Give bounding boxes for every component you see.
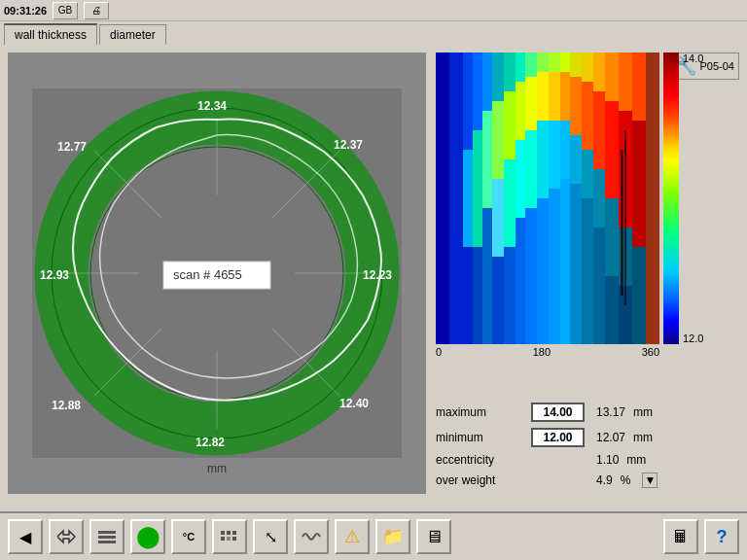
title-bar: 09:31:26 GB 🖨 xyxy=(0,0,747,21)
monitor-button[interactable]: 🖥 xyxy=(416,519,451,554)
svg-rect-70 xyxy=(582,150,593,198)
back-button[interactable]: ◀ xyxy=(8,519,43,554)
svg-rect-28 xyxy=(463,150,473,247)
svg-text:scan #   4655: scan # 4655 xyxy=(173,267,242,282)
heatmap-wrapper: 14.0 12.0 xyxy=(436,52,739,344)
minimum-label: minimum xyxy=(436,431,523,444)
svg-text:12.77: 12.77 xyxy=(57,140,87,154)
svg-rect-57 xyxy=(549,72,560,121)
right-panel: 14.0 12.0 0 180 360 maximum 13.17 xyxy=(436,52,739,494)
layers-button[interactable] xyxy=(89,519,124,554)
print-button[interactable]: 🖨 xyxy=(84,2,109,19)
tab-wall-thickness[interactable]: wall thickness xyxy=(4,23,97,45)
svg-rect-44 xyxy=(516,52,525,82)
ring-diagram-panel: scan # 4655 12.34 12.37 12.23 12.40 12.8… xyxy=(8,52,426,494)
minimum-value: 12.07 xyxy=(596,431,625,444)
overweight-unit: % xyxy=(621,473,631,487)
minimum-input[interactable] xyxy=(531,428,585,447)
help-button[interactable]: ? xyxy=(704,519,739,554)
svg-rect-47 xyxy=(516,218,525,344)
svg-rect-77 xyxy=(605,101,619,198)
svg-rect-76 xyxy=(605,52,619,101)
svg-rect-93 xyxy=(221,531,225,535)
svg-rect-72 xyxy=(593,52,605,91)
svg-rect-39 xyxy=(492,257,504,344)
svg-rect-42 xyxy=(504,159,516,247)
svg-rect-45 xyxy=(516,82,525,140)
svg-rect-27 xyxy=(463,52,473,150)
maximum-unit: mm xyxy=(633,405,653,419)
calc-button[interactable]: 🖩 xyxy=(663,519,698,554)
stats-area: maximum 13.17 mm minimum 12.07 mm eccent… xyxy=(436,402,739,494)
svg-rect-41 xyxy=(504,91,516,159)
svg-rect-67 xyxy=(570,184,582,344)
tab-diameter[interactable]: diameter xyxy=(99,24,166,45)
svg-rect-34 xyxy=(482,111,492,208)
eccentricity-value: 1.10 xyxy=(596,453,619,467)
svg-rect-78 xyxy=(605,198,619,276)
svg-rect-89 xyxy=(624,130,626,305)
svg-text:12.82: 12.82 xyxy=(196,436,225,449)
svg-rect-61 xyxy=(560,72,570,121)
svg-rect-55 xyxy=(537,198,549,344)
svg-rect-94 xyxy=(227,531,231,535)
svg-rect-35 xyxy=(482,208,492,344)
svg-rect-98 xyxy=(232,537,236,541)
heatmap-visualization xyxy=(436,52,659,344)
stat-row-eccentricity: eccentricity 1.10 mm xyxy=(436,453,739,467)
svg-rect-38 xyxy=(492,179,504,257)
stat-row-minimum: minimum 12.07 mm xyxy=(436,428,739,447)
svg-rect-86 xyxy=(632,247,646,344)
svg-rect-92 xyxy=(98,541,116,543)
svg-rect-74 xyxy=(593,169,605,228)
maximum-label: maximum xyxy=(436,405,523,419)
svg-rect-40 xyxy=(504,52,516,91)
unit-label: mm xyxy=(207,462,227,475)
circle-button[interactable]: ⬤ xyxy=(130,519,165,554)
svg-rect-69 xyxy=(582,82,593,150)
svg-rect-63 xyxy=(560,179,570,344)
svg-text:12.37: 12.37 xyxy=(334,138,363,152)
folder-button[interactable]: 📁 xyxy=(375,519,410,554)
svg-rect-48 xyxy=(525,52,537,77)
arrows-button[interactable] xyxy=(49,519,84,554)
gb-button[interactable]: GB xyxy=(53,2,78,19)
pattern-button[interactable] xyxy=(212,519,247,554)
svg-rect-37 xyxy=(492,101,504,179)
warning-button[interactable]: ⚠ xyxy=(335,519,370,554)
svg-text:12.93: 12.93 xyxy=(40,268,69,282)
stat-row-maximum: maximum 13.17 mm xyxy=(436,402,739,422)
overweight-dropdown[interactable]: ▼ xyxy=(642,472,658,488)
svg-rect-79 xyxy=(605,276,619,344)
svg-rect-36 xyxy=(492,52,504,101)
svg-rect-33 xyxy=(482,52,492,111)
svg-rect-80 xyxy=(619,52,632,111)
svg-rect-58 xyxy=(549,121,560,189)
overweight-value: 4.9 xyxy=(596,473,613,487)
svg-rect-71 xyxy=(582,198,593,344)
svg-rect-51 xyxy=(525,208,537,344)
svg-text:12.34: 12.34 xyxy=(197,99,227,113)
svg-rect-84 xyxy=(632,52,646,121)
svg-rect-75 xyxy=(593,228,605,344)
svg-rect-65 xyxy=(570,77,582,135)
svg-rect-46 xyxy=(516,140,525,218)
main-content: scan # 4655 12.34 12.37 12.23 12.40 12.8… xyxy=(0,45,747,502)
minimum-unit: mm xyxy=(633,431,653,444)
svg-rect-68 xyxy=(582,52,593,82)
resize-button[interactable]: ⤡ xyxy=(253,519,288,554)
svg-rect-32 xyxy=(473,247,482,344)
ring-svg: scan # 4655 12.34 12.37 12.23 12.40 12.8… xyxy=(32,88,402,458)
maximum-input[interactable] xyxy=(531,402,585,422)
svg-rect-97 xyxy=(227,537,231,541)
eccentricity-unit: mm xyxy=(626,453,646,467)
time-display: 09:31:26 xyxy=(4,5,47,17)
temp-button[interactable]: °C xyxy=(171,519,206,554)
wave-button[interactable] xyxy=(294,519,329,554)
overweight-label: over weight xyxy=(436,473,523,487)
svg-rect-56 xyxy=(549,52,560,72)
stat-row-overweight: over weight 4.9 % ▼ xyxy=(436,472,739,488)
svg-rect-60 xyxy=(560,52,570,72)
svg-rect-30 xyxy=(473,52,482,130)
svg-text:12.88: 12.88 xyxy=(52,399,81,412)
